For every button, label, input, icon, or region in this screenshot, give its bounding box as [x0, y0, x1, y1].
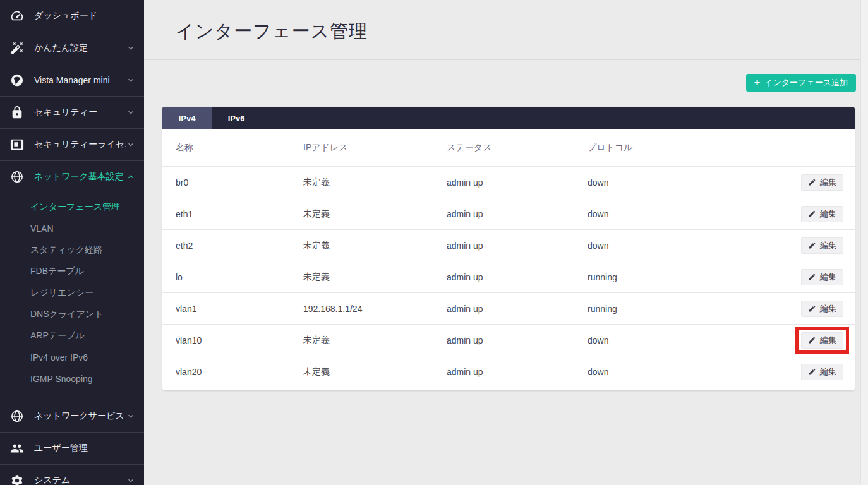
license-card-icon: [10, 138, 24, 152]
sidebar-item[interactable]: ダッシュボード: [0, 0, 144, 32]
column-header: IPアドレス: [303, 142, 447, 153]
cell-ip-address: 未定義: [303, 177, 447, 188]
cell-name: br0: [176, 177, 303, 188]
page-header: インターフェース管理: [144, 0, 860, 60]
cell-status: admin up: [447, 272, 588, 282]
cell-name: eth1: [176, 209, 303, 219]
chevron-down-icon: [126, 476, 135, 485]
table-row: lo 未定義 admin up running 編集: [162, 261, 855, 292]
cell-ip-address: 未定義: [303, 240, 447, 251]
cell-status: admin up: [447, 335, 588, 345]
sidebar-item[interactable]: セキュリティーライセ...: [0, 129, 144, 160]
pencil-icon: [808, 273, 816, 281]
cell-name: vlan20: [176, 367, 303, 377]
edit-button-label: 編集: [820, 208, 836, 220]
table-row: br0 未定義 admin up down 編集: [162, 166, 855, 198]
cell-protocol: down: [588, 177, 781, 188]
sidebar-item[interactable]: セキュリティー: [0, 97, 144, 128]
table-body: br0 未定義 admin up down 編集 eth1 未定義 admin …: [162, 166, 855, 387]
cell-status: admin up: [447, 304, 588, 314]
toolbar: + インターフェース追加: [144, 74, 856, 92]
cell-ip-address: 未定義: [303, 272, 447, 283]
table-row: vlan10 未定義 admin up down 編集: [162, 324, 855, 356]
sidebar-item[interactable]: Vista Manager mini: [0, 64, 144, 96]
sidebar-subitem[interactable]: DNSクライアント: [0, 304, 144, 325]
edit-button-label: 編集: [820, 303, 836, 314]
cell-ip-address: 未定義: [303, 208, 447, 220]
app-window: ダッシュボード かんたん設定 Vista Manager mini セキュリティ…: [0, 0, 868, 485]
edit-button-label: 編集: [820, 366, 836, 378]
column-header: プロトコル: [588, 142, 781, 153]
cell-ip-address: 192.168.1.1/24: [303, 304, 447, 314]
sidebar-subitem[interactable]: IGMP Snooping: [0, 368, 144, 390]
pencil-icon: [808, 241, 816, 249]
magic-wand-icon: [10, 41, 24, 55]
cell-name: lo: [176, 272, 303, 282]
edit-button[interactable]: 編集: [801, 269, 843, 285]
edit-button[interactable]: 編集: [801, 301, 843, 317]
cell-status: admin up: [447, 367, 588, 377]
tab-bar: IPv4 IPv6: [162, 107, 855, 129]
tab-ipv4[interactable]: IPv4: [162, 107, 212, 129]
chevron-up-icon: [126, 172, 135, 181]
sidebar-subitem[interactable]: スタティック経路: [0, 239, 144, 261]
pencil-icon: [808, 178, 816, 186]
users-icon: [10, 441, 24, 455]
sidebar-submenu: インターフェース管理 VLAN スタティック経路 FDBテーブル レジリエンシー…: [0, 193, 144, 400]
sidebar-item[interactable]: ネットワーク基本設定: [0, 161, 144, 193]
sidebar-subitem[interactable]: レジリエンシー: [0, 282, 144, 304]
cell-protocol: down: [588, 241, 781, 251]
table-row: vlan1 192.168.1.1/24 admin up running 編集: [162, 292, 855, 324]
gear-icon: [10, 474, 24, 485]
edit-button[interactable]: 編集: [801, 332, 843, 349]
plus-icon: +: [754, 78, 760, 88]
cell-protocol: running: [588, 272, 781, 282]
tab-ipv6[interactable]: IPv6: [212, 107, 261, 129]
chevron-down-icon: [126, 76, 135, 85]
sidebar-item[interactable]: ネットワークサービス: [0, 400, 144, 432]
edit-button-label: 編集: [820, 335, 836, 346]
page-title: インターフェース管理: [176, 19, 860, 44]
cell-name: eth2: [176, 241, 303, 251]
sidebar-item[interactable]: かんたん設定: [0, 32, 144, 64]
sidebar-item[interactable]: ユーザー管理: [0, 433, 144, 464]
edit-button-label: 編集: [820, 177, 836, 188]
cell-name: vlan10: [176, 335, 303, 345]
chevron-down-icon: [126, 108, 135, 117]
edit-button-label: 編集: [820, 272, 836, 283]
edit-button[interactable]: 編集: [801, 364, 843, 380]
cell-name: vlan1: [176, 304, 303, 314]
sidebar-subitem[interactable]: VLAN: [0, 218, 144, 239]
globe-icon: [10, 170, 24, 184]
gauge-icon: [10, 9, 24, 23]
chevron-down-icon: [126, 140, 135, 149]
sidebar-subitem[interactable]: インターフェース管理: [0, 196, 144, 218]
table-header-row: 名称IPアドレスステータスプロトコル: [162, 129, 855, 166]
lock-icon: [10, 105, 24, 119]
edit-button[interactable]: 編集: [801, 206, 843, 222]
add-interface-button-label: インターフェース追加: [764, 77, 848, 88]
column-header: ステータス: [447, 142, 588, 153]
sidebar-subitem[interactable]: FDBテーブル: [0, 261, 144, 282]
globe-icon: [10, 409, 24, 423]
sidebar-subitem[interactable]: IPv4 over IPv6: [0, 347, 144, 368]
sidebar-item[interactable]: システム: [0, 465, 144, 485]
edit-button[interactable]: 編集: [801, 237, 843, 254]
table-row: eth1 未定義 admin up down 編集: [162, 198, 855, 229]
cell-status: admin up: [447, 209, 588, 219]
pencil-icon: [808, 210, 816, 218]
sidebar-subitem[interactable]: ARPテーブル: [0, 325, 144, 347]
scrollbar[interactable]: [860, 0, 868, 485]
main-content: インターフェース管理 + インターフェース追加 IPv4 IPv6 名称IPアド…: [144, 0, 860, 485]
chevron-down-icon: [126, 44, 135, 52]
sidebar: ダッシュボード かんたん設定 Vista Manager mini セキュリティ…: [0, 0, 144, 485]
edit-button-label: 編集: [820, 240, 836, 251]
cell-protocol: down: [588, 367, 781, 377]
cell-status: admin up: [447, 241, 588, 251]
column-header: 名称: [176, 142, 303, 153]
add-interface-button[interactable]: + インターフェース追加: [746, 74, 856, 92]
chevron-down-icon: [126, 412, 135, 421]
cell-ip-address: 未定義: [303, 366, 447, 378]
edit-button[interactable]: 編集: [801, 174, 843, 191]
vista-manager-icon: [10, 73, 24, 87]
